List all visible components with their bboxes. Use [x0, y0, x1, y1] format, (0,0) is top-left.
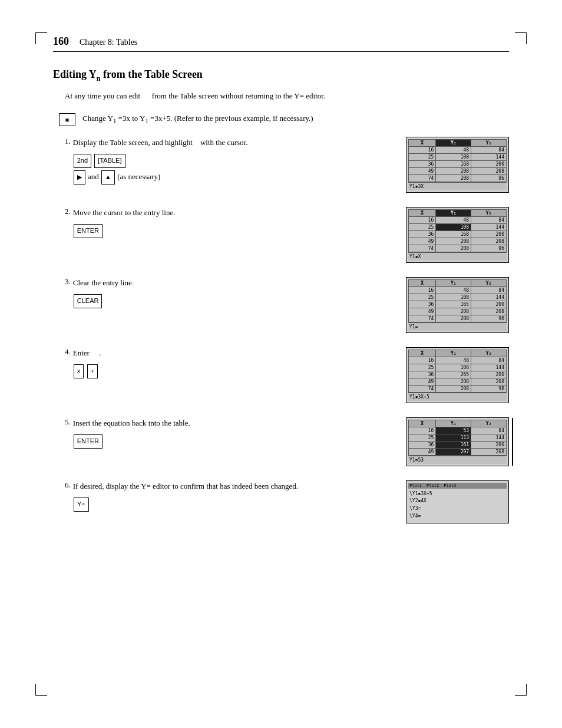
step-4-keys: x +	[73, 363, 101, 380]
key-enter-2[interactable]: ENTER	[74, 224, 103, 238]
step-2-text: Move the cursor to the entry line.	[73, 207, 176, 219]
step-1-screen: X Y₁ Y₂ 164884 25100144 36168200 4920820…	[406, 137, 509, 193]
step-2-left: 2. Move the cursor to the entry line. EN…	[65, 207, 406, 263]
step-2: 2. Move the cursor to the entry line. EN…	[65, 207, 509, 263]
plot1-label: Plot1	[409, 483, 422, 488]
yeditor-row-2: \Y2▪4X	[409, 498, 505, 505]
key-plus[interactable]: +	[87, 364, 98, 378]
section-title-sub: n	[97, 74, 101, 83]
calc-screen-4: X Y₁ Y₂ 164884 25108144 36265200 4920820…	[406, 347, 509, 403]
yeditor-row-1: \Y1▪3X+5	[409, 490, 505, 498]
step-5-number: 5.	[65, 417, 71, 427]
section-title: Editing Yn from the Table Screen	[53, 68, 509, 83]
screen-2-entry: Y1▪X	[408, 252, 507, 261]
step-6-left: 6. If desired, display the Y= editor to …	[65, 480, 406, 523]
step-2-number: 2.	[65, 207, 71, 216]
step-1-number: 1.	[65, 137, 71, 146]
screen-3-entry: Y1=	[408, 322, 507, 331]
yeditor-header: Plot1 Plot2 Plot3	[408, 483, 507, 489]
intro-text: At any time you can edit from the Table …	[53, 91, 509, 101]
key-2nd[interactable]: 2nd	[74, 154, 91, 168]
step-5-left: 5. Insert the equation back into the tab…	[65, 417, 406, 466]
page: 160 Chapter 8: Tables Editing Yn from th…	[0, 0, 562, 728]
chapter-title: Chapter 8: Tables	[80, 38, 137, 47]
yeditor-row-3: \Y3=	[409, 505, 505, 513]
step-3-keys: CLEAR	[73, 293, 134, 309]
calc-screen-3: X Y₁ Y₂ 164884 25108144 36165200 4920820…	[406, 277, 509, 333]
step-3-text: Clear the entry line.	[73, 277, 134, 289]
step-3-left: 3. Clear the entry line. CLEAR	[65, 277, 406, 333]
step-6-keys: Y=	[73, 496, 298, 513]
note-block: ▣ Change Y1 =3x to Y1 =3x+5. (Refer to t…	[53, 113, 509, 126]
step-6-number: 6.	[65, 480, 71, 490]
step-4-text: Enter .	[73, 347, 101, 359]
step-2-screen: X Y₁ Y₂ 164884 25108144 36168200 4920820…	[406, 207, 509, 263]
step-4: 4. Enter . x + X Y₁	[65, 347, 509, 403]
corner-mark-br	[515, 684, 527, 696]
note-icon: ▣	[59, 113, 75, 126]
key-y-equals[interactable]: Y=	[74, 498, 89, 512]
section-title-prefix: Editing Y	[53, 68, 97, 80]
step-3-number: 3.	[65, 277, 71, 286]
step-3: 3. Clear the entry line. CLEAR X Y₁	[65, 277, 509, 333]
step-1: 1. Display the Table screen, and highlig…	[65, 137, 509, 193]
step-5-screen: X Y₁ Y₂ 165384 25113144 36161200 4920720…	[406, 417, 509, 466]
step-4-screen: X Y₁ Y₂ 164884 25108144 36265200 4920820…	[406, 347, 509, 403]
step-6-screen: Plot1 Plot2 Plot3 \Y1▪3X+5 \Y2▪4X \Y3= \…	[406, 480, 509, 523]
step-1-keys: 2nd [TABLE] ▶ and ▲ (as necessary)	[73, 153, 248, 186]
note-text: Change Y1 =3x to Y1 =3x+5. (Refer to the…	[82, 113, 313, 126]
corner-mark-bl	[35, 684, 47, 696]
yeditor-row-4: \Y4=	[409, 513, 505, 521]
calc-screen-6: Plot1 Plot2 Plot3 \Y1▪3X+5 \Y2▪4X \Y3= \…	[406, 480, 509, 523]
step-4-number: 4.	[65, 347, 71, 357]
key-x[interactable]: x	[74, 364, 84, 378]
section-title-suffix: from the Table Screen	[101, 68, 203, 80]
plot3-label: Plot3	[444, 483, 456, 488]
step-5-keys: ENTER	[73, 433, 190, 450]
screen-4-entry: Y1▪3X+5	[408, 393, 507, 401]
calc-screen-1: X Y₁ Y₂ 164884 25100144 36168200 4920820…	[406, 137, 509, 193]
calc-screen-2: X Y₁ Y₂ 164884 25108144 36168200 4920820…	[406, 207, 509, 263]
screen-5-entry: Y1=53	[408, 456, 507, 464]
yeditor-rows: \Y1▪3X+5 \Y2▪4X \Y3= \Y4=	[408, 490, 507, 521]
step-1-text: Display the Table screen, and highlight …	[73, 137, 248, 149]
calc-screen-5: X Y₁ Y₂ 165384 25113144 36161200 4920720…	[406, 417, 509, 466]
key-table[interactable]: [TABLE]	[94, 154, 125, 168]
step-5-text: Insert the equation back into the table.	[73, 417, 190, 429]
corner-mark-tl	[35, 32, 47, 44]
step-1-left: 1. Display the Table screen, and highlig…	[65, 137, 406, 193]
step-4-left: 4. Enter . x +	[65, 347, 406, 403]
page-number: 160	[53, 35, 69, 48]
step-6-text: If desired, display the Y= editor to con…	[73, 480, 298, 492]
key-enter-5[interactable]: ENTER	[74, 434, 103, 449]
step-5: 5. Insert the equation back into the tab…	[65, 417, 509, 466]
key-up[interactable]: ▲	[101, 170, 115, 185]
key-clear[interactable]: CLEAR	[74, 294, 103, 308]
screen-1-entry: Y1▪3X	[408, 182, 507, 190]
corner-mark-tr	[515, 32, 527, 44]
plot2-label: Plot2	[427, 483, 439, 488]
step-3-screen: X Y₁ Y₂ 164884 25108144 36165200 4920820…	[406, 277, 509, 333]
page-header: 160 Chapter 8: Tables	[53, 35, 509, 52]
key-right[interactable]: ▶	[74, 170, 85, 185]
step-6: 6. If desired, display the Y= editor to …	[65, 480, 509, 523]
step-2-keys: ENTER	[73, 223, 176, 239]
steps-container: 1. Display the Table screen, and highlig…	[53, 137, 509, 523]
